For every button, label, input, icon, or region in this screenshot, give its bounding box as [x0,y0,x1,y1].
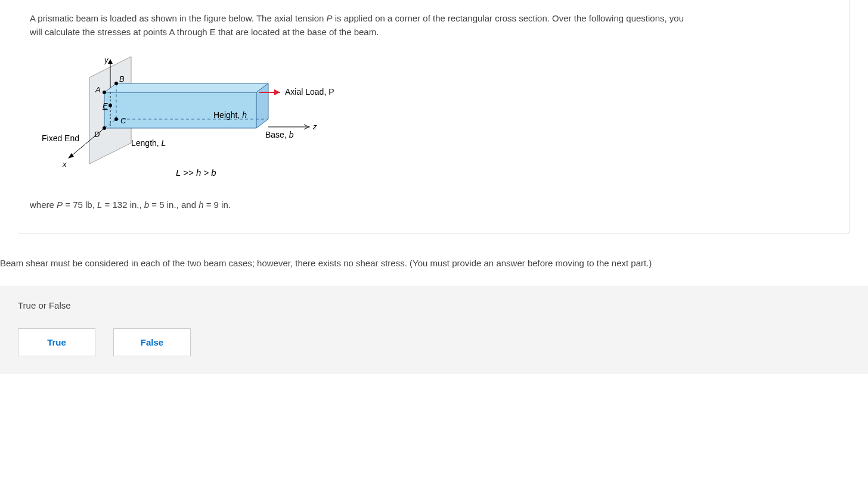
var-h: h [199,200,203,210]
point-a: A [95,85,101,94]
svg-marker-8 [108,59,113,64]
svg-point-17 [103,126,106,130]
beam-figure: y z x A B C D E Axial Load, P [30,51,838,188]
svg-marker-13 [68,153,74,158]
svg-point-14 [103,91,106,94]
true-button[interactable]: True [18,328,95,356]
val-l: = 132 in., [102,200,144,210]
point-c: C [120,116,126,125]
prompt-text-1: A prismatic beam is loaded as shown in t… [30,13,327,23]
axis-z-label: z [312,122,317,131]
axis-x-label: x [62,160,67,169]
answer-prompt-label: True or False [18,300,850,310]
point-d: D [94,130,100,139]
question-card: A prismatic beam is loaded as shown in t… [18,0,850,234]
point-e: E [103,101,108,110]
var-b: b [144,200,149,210]
variable-p: P [327,13,333,23]
fixed-end-label: Fixed End [42,133,79,143]
base-label: Base, b [265,130,294,139]
problem-statement: A prismatic beam is loaded as shown in t… [30,12,686,39]
axial-load-label: Axial Load, P [285,87,334,97]
svg-marker-21 [274,89,280,95]
where-pre: where [30,200,57,210]
beam-diagram-svg: y z x A B C D E Axial Load, P [30,51,364,188]
var-p: P [57,200,63,210]
point-b: B [119,74,125,83]
svg-line-10 [304,125,309,127]
answer-block: True or False True False [0,286,868,374]
val-b: = 5 in., and [149,200,199,210]
val-p: = 75 lb, [63,200,97,210]
height-label: Height, h [213,110,247,120]
question-instruction: Beam shear must be considered in each of… [0,258,868,268]
answer-buttons: True False [18,328,850,356]
length-label: Length, L [131,138,166,148]
svg-point-15 [114,82,118,85]
given-values: where P = 75 lb, L = 132 in., b = 5 in.,… [30,200,838,210]
svg-point-16 [114,117,118,121]
relation-label: L >> h > b [176,167,216,178]
false-button[interactable]: False [113,328,191,356]
val-h: = 9 in. [204,200,231,210]
svg-line-11 [304,127,309,129]
svg-marker-1 [104,83,268,92]
